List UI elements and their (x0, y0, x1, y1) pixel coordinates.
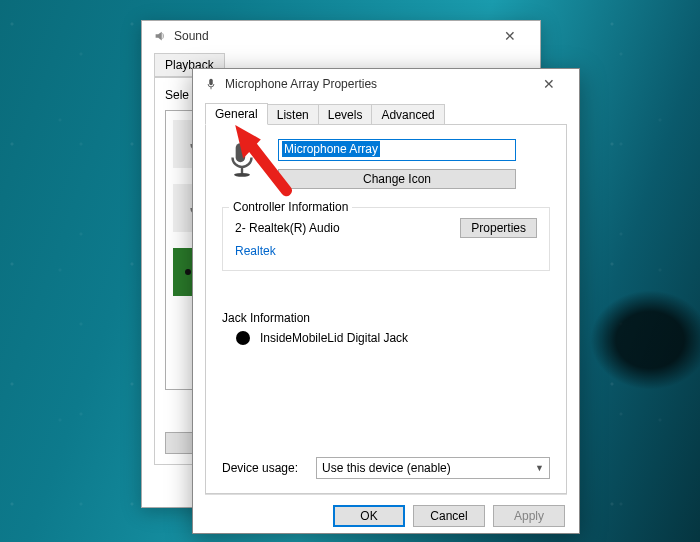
controller-group-label: Controller Information (229, 200, 352, 214)
sound-titlebar[interactable]: Sound ✕ (142, 21, 540, 51)
tab-advanced[interactable]: Advanced (371, 104, 444, 126)
controller-info-group: Controller Information 2- Realtek(R) Aud… (222, 207, 550, 271)
select-label-real: Sele (165, 88, 189, 102)
controller-properties-button[interactable]: Properties (460, 218, 537, 238)
speaker-icon (152, 28, 168, 44)
properties-window: Microphone Array Properties ✕ General Li… (192, 68, 580, 534)
svg-point-8 (234, 173, 250, 177)
close-icon[interactable]: ✕ (529, 76, 569, 92)
device-name-text: Microphone Array (282, 141, 380, 157)
general-panel: Microphone Array Change Icon Controller … (205, 124, 567, 494)
svg-rect-6 (209, 79, 213, 85)
svg-rect-7 (236, 143, 246, 162)
chevron-down-icon: ▼ (535, 463, 544, 473)
props-tabs: General Listen Levels Advanced (205, 103, 567, 125)
props-titlebar[interactable]: Microphone Array Properties ✕ (193, 69, 579, 99)
jack-group-label: Jack Information (222, 311, 550, 325)
jack-name: InsideMobileLid Digital Jack (260, 331, 408, 345)
jack-info-group: Jack Information InsideMobileLid Digital… (222, 311, 550, 345)
close-icon[interactable]: ✕ (490, 28, 530, 44)
device-usage-value: Use this device (enable) (322, 461, 451, 475)
tab-listen[interactable]: Listen (267, 104, 319, 126)
svg-point-3 (185, 269, 191, 275)
sound-title: Sound (174, 29, 490, 43)
device-usage-label: Device usage: (222, 461, 298, 475)
device-name-input[interactable]: Microphone Array (278, 139, 516, 161)
controller-vendor-link[interactable]: Realtek (235, 244, 276, 258)
ok-button[interactable]: OK (333, 505, 405, 527)
cancel-button[interactable]: Cancel (413, 505, 485, 527)
apply-button[interactable]: Apply (493, 505, 565, 527)
change-icon-button[interactable]: Change Icon (278, 169, 516, 189)
device-large-icon (222, 139, 262, 179)
microphone-icon (203, 76, 219, 92)
tab-levels[interactable]: Levels (318, 104, 373, 126)
jack-color-icon (236, 331, 250, 345)
tab-general[interactable]: General (205, 103, 268, 125)
controller-name: 2- Realtek(R) Audio (235, 221, 340, 235)
props-title: Microphone Array Properties (225, 77, 529, 91)
device-usage-dropdown[interactable]: Use this device (enable) ▼ (316, 457, 550, 479)
